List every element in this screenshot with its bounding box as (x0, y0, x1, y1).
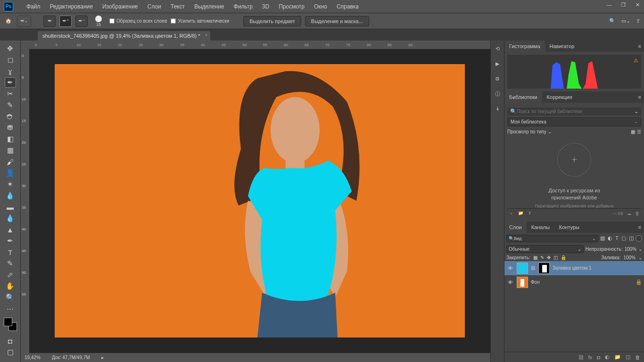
screen-mode-icon[interactable]: ▢ (5, 347, 16, 357)
visibility-toggle-icon[interactable]: 👁 (506, 280, 514, 285)
document-tab[interactable]: shutterstock_746398405.jpg @ 19,4% (Зали… (38, 31, 210, 41)
healing-brush-tool[interactable]: ⛑ (5, 111, 16, 122)
home-icon[interactable]: 🏠 (4, 16, 13, 26)
panel-menu-icon[interactable]: ≡ (636, 94, 644, 100)
actions-panel-icon[interactable]: ▶ (493, 59, 502, 68)
menu-layers[interactable]: Слои (143, 3, 166, 10)
menu-3d[interactable]: 3D (257, 3, 274, 10)
fill-value[interactable]: 100% (623, 255, 636, 260)
list-view-icon[interactable]: ☰ (637, 129, 641, 134)
marquee-tool[interactable]: ◻ (5, 55, 16, 65)
menu-edit[interactable]: Редактирование (45, 3, 98, 10)
menu-text[interactable]: Текст (166, 3, 190, 10)
canvas-viewport[interactable] (29, 49, 490, 353)
panel-menu-icon[interactable]: ≡ (636, 224, 644, 230)
menu-select[interactable]: Выделение (190, 3, 229, 10)
tab-layers[interactable]: Слои (504, 222, 527, 233)
info-panel-icon[interactable]: ⓘ (493, 90, 502, 98)
visibility-toggle-icon[interactable]: 👁 (506, 265, 514, 271)
move-tool[interactable]: ✥ (5, 43, 16, 54)
menu-window[interactable]: Окно (309, 3, 332, 10)
blend-mode-select[interactable]: Обычные (506, 245, 584, 253)
filter-image-icon[interactable]: ▧ (600, 235, 605, 241)
type-tool[interactable]: T (5, 247, 16, 257)
crop-tool[interactable]: ✂ (5, 89, 16, 99)
library-drop-zone[interactable]: + (507, 135, 641, 187)
auto-enhance-checkbox[interactable]: Усилить автоматически (171, 18, 229, 24)
menu-filter[interactable]: Фильтр (229, 3, 257, 10)
warning-icon[interactable]: ⚠ (634, 58, 638, 64)
filter-toggle-icon[interactable] (636, 235, 642, 242)
search-icon[interactable]: 🔍 (609, 18, 616, 24)
add-item-icon[interactable]: ＋ (509, 211, 513, 217)
eyedropper-tool[interactable]: ✎ (5, 100, 16, 110)
grid-view-icon[interactable]: ▦ (631, 129, 635, 134)
share-icon[interactable]: ⇧ (636, 18, 640, 24)
eraser-tool[interactable]: ◧ (5, 134, 16, 144)
window-minimize-icon[interactable]: — (606, 2, 612, 8)
quick-mask-icon[interactable]: ◘ (5, 336, 16, 346)
mask-thumbnail[interactable] (538, 263, 550, 274)
new-selection-button[interactable]: ✒ (43, 16, 56, 27)
tab-histogram[interactable]: Гистограмма (504, 41, 545, 52)
triangle-tool[interactable]: ▲ (5, 224, 16, 235)
history-brush-tool[interactable]: 👤 (5, 168, 16, 178)
blur-tool[interactable]: 💧 (5, 190, 16, 201)
character-panel-icon[interactable]: ⸸ (493, 105, 502, 113)
document-canvas[interactable] (55, 64, 465, 337)
filter-shape-icon[interactable]: ▢ (621, 235, 626, 241)
zoom-level[interactable]: 19,42% (25, 355, 41, 360)
tab-navigator[interactable]: Навигатор (545, 41, 579, 52)
library-search-input[interactable] (517, 109, 634, 114)
tab-libraries[interactable]: Библиотеки (504, 91, 542, 103)
menu-help[interactable]: Справка (332, 3, 363, 10)
filter-type-icon[interactable]: T (615, 235, 619, 241)
chevron-down-icon[interactable]: ⌄ (638, 255, 642, 260)
filter-smart-icon[interactable]: ◫ (629, 235, 634, 241)
delete-layer-icon[interactable]: 🗑 (635, 354, 640, 360)
layer-mask-icon[interactable]: ◘ (597, 354, 600, 360)
status-arrow-icon[interactable]: ▸ (101, 355, 104, 360)
properties-panel-icon[interactable]: ⚙ (493, 74, 502, 83)
add-selection-button[interactable]: ✒⁺ (59, 16, 72, 27)
layer-filter-type[interactable]: 🔍 Вид⌄ (506, 235, 598, 242)
tab-adjustments[interactable]: Коррекция (542, 91, 577, 103)
library-view-label[interactable]: Просмотр по типу ⌄ (507, 129, 552, 134)
lock-icon[interactable]: 🔒 (636, 279, 642, 285)
lock-pixels-icon[interactable]: ▦ (533, 255, 537, 260)
layer-name[interactable]: Заливка цветом 1 (553, 265, 592, 271)
color-swatches[interactable] (4, 318, 17, 331)
tab-paths[interactable]: Контуры (554, 222, 584, 233)
sync-icon[interactable]: ☁ (627, 211, 631, 216)
layer-row-background[interactable]: 👁 Фон 🔒 (504, 275, 644, 289)
history-panel-icon[interactable]: ⟲ (493, 44, 502, 53)
sample-all-layers-checkbox[interactable]: Образец со всех слоев (109, 18, 167, 24)
path-selection-tool[interactable]: ✎ (5, 258, 16, 269)
subtract-selection-button[interactable]: ✒⁻ (75, 16, 88, 27)
chevron-down-icon[interactable]: ⌄ (634, 108, 638, 115)
chevron-down-icon[interactable]: ⌄ (638, 247, 642, 252)
layer-thumbnail[interactable] (517, 277, 528, 288)
quick-selection-tool[interactable]: ✒ (5, 77, 16, 88)
lock-position-icon[interactable]: ✥ (547, 255, 551, 260)
lock-artboard-icon[interactable]: ◫ (553, 255, 558, 260)
upload-icon[interactable]: ⬆ (528, 211, 532, 217)
library-search[interactable]: 🔍 ⌄ (507, 107, 641, 115)
window-restore-icon[interactable]: ❐ (620, 2, 626, 8)
tool-preset-icon[interactable]: ✒⌄ (17, 16, 31, 27)
brush-size-selector[interactable]: 15 (95, 16, 102, 27)
select-and-mask-button[interactable]: Выделение и маска... (305, 16, 369, 26)
opacity-value[interactable]: 100% (624, 247, 636, 252)
trash-icon[interactable]: 🗑 (635, 211, 639, 216)
lasso-tool[interactable]: ɣ (5, 66, 16, 76)
menu-view[interactable]: Просмотр (274, 3, 309, 10)
layer-style-icon[interactable]: fx (588, 354, 593, 360)
brush-tool[interactable]: 🖌 (5, 156, 16, 167)
dodge-tool[interactable]: ✶ (5, 179, 16, 189)
pen-tool[interactable]: ✒ (5, 236, 16, 246)
workspace-switcher-icon[interactable]: ▭⌄ (621, 18, 630, 24)
new-group-icon[interactable]: 📁 (614, 354, 621, 360)
hand-tool[interactable]: ✋ (5, 281, 16, 291)
menu-image[interactable]: Изображение (98, 3, 143, 10)
menu-file[interactable]: Файл (22, 3, 45, 10)
